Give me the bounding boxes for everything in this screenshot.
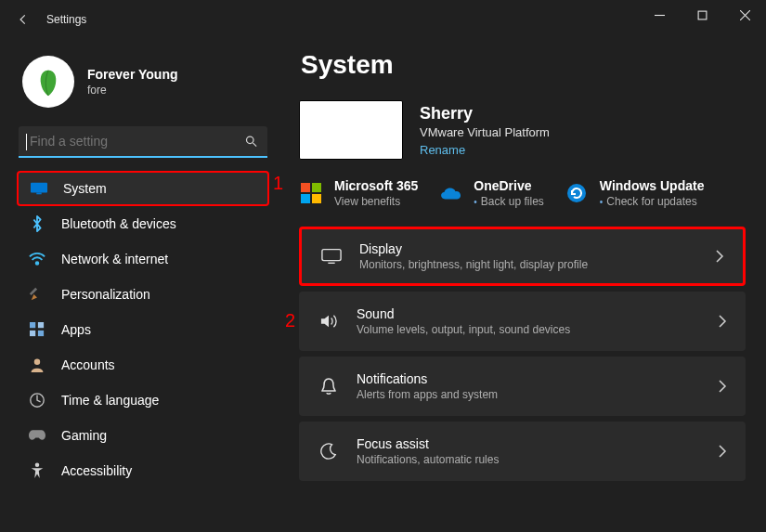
search-icon bbox=[244, 135, 258, 149]
list-item-subtitle: Volume levels, output, input, sound devi… bbox=[357, 323, 701, 336]
svg-rect-11 bbox=[38, 322, 44, 328]
promo-title: Windows Update bbox=[600, 178, 705, 193]
bluetooth-icon bbox=[28, 215, 46, 232]
list-item-title: Notifications bbox=[357, 371, 701, 386]
apps-icon bbox=[28, 322, 46, 337]
sidebar-item-bluetooth[interactable]: Bluetooth & devices bbox=[17, 206, 269, 241]
list-item-subtitle: Monitors, brightness, night light, displ… bbox=[359, 258, 698, 271]
svg-rect-17 bbox=[301, 183, 310, 192]
sidebar-nav: System Bluetooth & devices Network & int… bbox=[17, 171, 269, 488]
avatar bbox=[22, 56, 74, 108]
chevron-right-icon bbox=[718, 315, 727, 328]
promo-title: OneDrive bbox=[474, 178, 544, 193]
svg-point-16 bbox=[35, 462, 40, 467]
search-input[interactable] bbox=[28, 133, 236, 149]
svg-point-4 bbox=[247, 136, 254, 144]
promo-windows-update[interactable]: Windows Update Check for updates bbox=[565, 178, 705, 208]
onedrive-icon bbox=[438, 181, 462, 205]
chevron-right-icon bbox=[715, 250, 724, 263]
display-icon bbox=[320, 248, 343, 265]
annotation-1: 1 bbox=[273, 173, 283, 194]
sidebar-item-label: Personalization bbox=[61, 287, 150, 302]
update-icon bbox=[565, 181, 589, 205]
window-title: Settings bbox=[46, 13, 86, 26]
sidebar-item-label: Apps bbox=[61, 322, 91, 337]
bell-icon bbox=[318, 377, 340, 396]
moon-icon bbox=[318, 443, 340, 460]
svg-rect-6 bbox=[31, 183, 47, 193]
svg-rect-20 bbox=[312, 194, 321, 203]
sidebar-item-gaming[interactable]: Gaming bbox=[17, 418, 269, 453]
svg-rect-7 bbox=[36, 193, 41, 195]
device-thumbnail bbox=[299, 100, 403, 160]
svg-rect-13 bbox=[38, 331, 44, 336]
profile-subtitle: fore bbox=[87, 84, 178, 97]
svg-rect-1 bbox=[698, 11, 707, 19]
sidebar-item-apps[interactable]: Apps bbox=[17, 312, 269, 347]
promo-microsoft-365[interactable]: Microsoft 365 View benefits bbox=[299, 178, 418, 208]
sidebar-item-system[interactable]: System bbox=[17, 171, 269, 206]
list-item-title: Focus assist bbox=[357, 436, 701, 451]
list-item-title: Sound bbox=[357, 306, 701, 321]
device-platform: VMware Virtual Platform bbox=[420, 125, 550, 139]
svg-point-8 bbox=[36, 262, 39, 265]
sidebar-item-network[interactable]: Network & internet bbox=[17, 241, 269, 277]
profile-name: Forever Young bbox=[87, 67, 178, 82]
svg-point-21 bbox=[567, 184, 586, 202]
svg-rect-19 bbox=[301, 194, 310, 203]
svg-rect-9 bbox=[30, 288, 37, 295]
list-item-sound[interactable]: Sound Volume levels, output, input, soun… bbox=[299, 292, 746, 351]
svg-rect-22 bbox=[322, 250, 341, 261]
monitor-icon bbox=[30, 182, 48, 195]
sidebar-item-label: Time & language bbox=[61, 393, 159, 408]
wifi-icon bbox=[28, 253, 46, 266]
sidebar-item-time-language[interactable]: Time & language bbox=[17, 383, 269, 418]
accessibility-icon bbox=[28, 462, 46, 479]
gamepad-icon bbox=[28, 429, 46, 442]
search-input-wrapper[interactable] bbox=[19, 126, 267, 158]
sidebar-item-accounts[interactable]: Accounts bbox=[17, 347, 269, 383]
sidebar-item-label: Bluetooth & devices bbox=[61, 216, 176, 231]
chevron-right-icon bbox=[718, 445, 727, 458]
sidebar-item-accessibility[interactable]: Accessibility bbox=[17, 453, 269, 488]
promo-row: Microsoft 365 View benefits OneDrive Bac… bbox=[299, 178, 746, 208]
svg-rect-12 bbox=[30, 331, 35, 336]
settings-window: Settings For bbox=[0, 0, 766, 532]
promo-subtitle: Check for updates bbox=[600, 195, 705, 208]
sidebar: Forever Young fore System bbox=[0, 39, 279, 532]
chevron-right-icon bbox=[718, 380, 727, 393]
brush-icon bbox=[28, 286, 46, 303]
sidebar-item-personalization[interactable]: Personalization bbox=[17, 277, 269, 312]
list-item-focus-assist[interactable]: Focus assist Notifications, automatic ru… bbox=[299, 422, 746, 481]
promo-onedrive[interactable]: OneDrive Back up files bbox=[438, 178, 544, 208]
sidebar-item-label: Gaming bbox=[61, 428, 107, 443]
promo-subtitle: View benefits bbox=[334, 195, 418, 208]
device-rename-link[interactable]: Rename bbox=[420, 143, 550, 157]
sidebar-item-label: Network & internet bbox=[61, 252, 168, 266]
svg-line-5 bbox=[253, 143, 256, 147]
list-item-subtitle: Notifications, automatic rules bbox=[357, 453, 701, 466]
device-name: Sherry bbox=[420, 104, 550, 123]
window-maximize-button[interactable] bbox=[681, 0, 723, 30]
annotation-2: 2 bbox=[285, 310, 295, 331]
m365-icon bbox=[299, 181, 323, 205]
window-close-button[interactable] bbox=[723, 0, 766, 30]
svg-rect-10 bbox=[30, 322, 35, 328]
window-minimize-button[interactable] bbox=[638, 0, 681, 30]
person-icon bbox=[28, 357, 46, 372]
back-icon[interactable] bbox=[17, 13, 30, 26]
device-summary: Sherry VMware Virtual Platform Rename bbox=[299, 100, 746, 160]
list-item-notifications[interactable]: Notifications Alerts from apps and syste… bbox=[299, 357, 746, 416]
sidebar-item-label: Accounts bbox=[61, 357, 115, 372]
page-title: System bbox=[301, 50, 746, 80]
promo-subtitle: Back up files bbox=[474, 195, 544, 208]
profile-block[interactable]: Forever Young fore bbox=[17, 46, 269, 123]
sound-icon bbox=[318, 313, 340, 330]
titlebar: Settings bbox=[0, 0, 766, 39]
svg-rect-18 bbox=[312, 183, 321, 192]
sidebar-item-label: System bbox=[63, 181, 107, 196]
list-item-title: Display bbox=[359, 241, 698, 256]
settings-list: Display Monitors, brightness, night ligh… bbox=[299, 227, 746, 481]
list-item-display[interactable]: Display Monitors, brightness, night ligh… bbox=[299, 227, 746, 286]
clock-globe-icon bbox=[28, 392, 46, 409]
